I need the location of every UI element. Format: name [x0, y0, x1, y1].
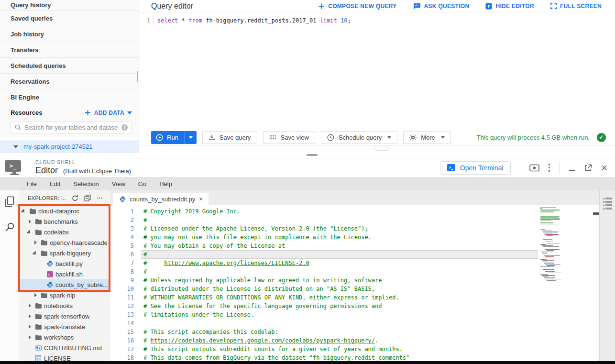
- code-line[interactable]: 9 # Unless required by applicable law or…: [110, 276, 599, 285]
- tree-item[interactable]: spark-tensorflow: [19, 311, 110, 321]
- run-options-caret[interactable]: [185, 131, 197, 144]
- code-line[interactable]: 14: [110, 319, 599, 328]
- code-line[interactable]: 11 # WITHOUT WARRANTIES OR CONDITIONS OF…: [110, 293, 599, 302]
- sidebar-item[interactable]: Saved queries: [0, 11, 139, 26]
- sidebar-item[interactable]: Scheduled queries: [0, 58, 139, 74]
- sql-editor[interactable]: 1 select * from fh-bigquery.reddit_posts…: [139, 15, 615, 26]
- schedule-query-button[interactable]: Schedule query: [321, 131, 397, 144]
- code-area[interactable]: 1 # Copyright 2019 Google Inc. 2 # 3 # L…: [110, 205, 599, 362]
- menu-item[interactable]: Go: [138, 180, 146, 188]
- save-view-button[interactable]: Save view: [263, 131, 315, 144]
- tree-item[interactable]: counts_by_subre...: [19, 279, 110, 290]
- tree-arrow-icon[interactable]: [28, 303, 33, 309]
- code-line[interactable]: 18 # This data comes from BigQuery via t…: [110, 353, 599, 362]
- tree-arrow-icon[interactable]: [28, 345, 33, 351]
- tree-item[interactable]: benchmarks: [19, 216, 110, 227]
- tree-arrow-icon[interactable]: [28, 230, 33, 235]
- tree-arrow-icon[interactable]: [39, 261, 44, 266]
- menu-item[interactable]: Selection: [73, 180, 99, 188]
- tree-item[interactable]: backfill.py: [19, 258, 110, 269]
- help-icon[interactable]: ?: [121, 124, 128, 131]
- web-preview-icon[interactable]: [529, 164, 539, 172]
- editor-tab[interactable]: counts_by_subreddit.py ×: [113, 193, 209, 205]
- tree-item[interactable]: cloud-dataproc: [19, 206, 110, 216]
- sidebar-item[interactable]: Query history: [0, 0, 139, 11]
- tree-item[interactable]: opencv-haarcascade: [19, 237, 110, 248]
- tree-arrow-icon[interactable]: [39, 272, 44, 277]
- menu-item[interactable]: File: [27, 180, 37, 188]
- code-link[interactable]: https://codelabs.developers.google.com/c…: [150, 337, 375, 344]
- tree-arrow-icon[interactable]: [22, 209, 27, 214]
- compose-new-query-button[interactable]: COMPOSE NEW QUERY: [318, 3, 396, 10]
- tree-item[interactable]: codelabs: [19, 227, 110, 237]
- tree-arrow-icon[interactable]: [28, 219, 33, 224]
- code-line[interactable]: 1 # Copyright 2019 Google Inc.: [110, 207, 599, 216]
- add-data-button[interactable]: ADD DATA: [85, 110, 124, 116]
- full-screen-button[interactable]: FULL SCREEN: [550, 3, 602, 10]
- more-actions-icon[interactable]: ...: [97, 193, 103, 200]
- tree-arrow-icon[interactable]: [33, 293, 38, 298]
- tree-item[interactable]: spark-nlp: [19, 290, 110, 300]
- tree-item[interactable]: spark-translate: [19, 321, 110, 332]
- open-in-new-window-icon[interactable]: [584, 164, 592, 172]
- more-menu-icon[interactable]: [549, 164, 550, 172]
- code-line[interactable]: 10 # distributed under the License is di…: [110, 285, 599, 293]
- sidebar-item[interactable]: BI Engine: [0, 89, 139, 105]
- more-button[interactable]: More: [403, 131, 451, 144]
- sql-editor-blank-area[interactable]: [139, 26, 615, 130]
- sidebar-scrollbar[interactable]: [137, 71, 138, 82]
- close-icon[interactable]: ×: [601, 163, 607, 173]
- code-line[interactable]: 2 #: [110, 216, 599, 224]
- code-line[interactable]: 7 # http://www.apache.org/licenses/LICEN…: [110, 259, 599, 267]
- code-line[interactable]: 5 # You may obtain a copy of the License…: [110, 242, 599, 250]
- files-icon[interactable]: [4, 196, 15, 210]
- tree-item[interactable]: spark-bigquery: [19, 248, 110, 258]
- tree-item[interactable]: CONTRIBUTING.md: [19, 342, 110, 353]
- sidebar-item[interactable]: Job history: [0, 26, 139, 42]
- run-button[interactable]: Run: [151, 131, 197, 144]
- tab-close-icon[interactable]: ×: [199, 196, 203, 202]
- minimap[interactable]: [539, 207, 561, 288]
- tree-arrow-icon[interactable]: [33, 240, 38, 245]
- refresh-icon[interactable]: [72, 195, 78, 201]
- code-line[interactable]: 4 # you may not use this file except in …: [110, 233, 599, 242]
- tree-item[interactable]: notebooks: [19, 300, 110, 311]
- tree-arrow-icon[interactable]: [28, 314, 33, 319]
- hide-editor-button[interactable]: HIDE EDITOR: [485, 3, 534, 10]
- ask-question-button[interactable]: ASK QUESTION: [413, 3, 470, 10]
- tree-item[interactable]: >_ backfill.sh: [19, 269, 110, 279]
- menu-item[interactable]: View: [112, 180, 125, 188]
- menu-item[interactable]: Edit: [50, 180, 60, 188]
- tree-item[interactable]: workshops: [19, 332, 110, 342]
- minimize-icon[interactable]: [569, 165, 575, 171]
- code-line[interactable]: 17 # This script outputs subreddit count…: [110, 345, 599, 353]
- tree-arrow-icon[interactable]: [39, 282, 44, 287]
- tree-arrow-icon[interactable]: [28, 356, 33, 361]
- panel-drag-handle[interactable]: [373, 146, 389, 151]
- menu-item[interactable]: Help: [159, 180, 172, 188]
- tree-arrow-icon[interactable]: [28, 324, 33, 330]
- tree-item[interactable]: LICENSE: [19, 353, 110, 362]
- code-line[interactable]: 12 # See the License for the specific la…: [110, 302, 599, 310]
- code-line[interactable]: 13 # limitations under the License.: [110, 310, 599, 319]
- editor-scrollbar-thumb[interactable]: [593, 212, 599, 215]
- code-line[interactable]: 3 # Licensed under the Apache License, V…: [110, 224, 599, 233]
- code-line[interactable]: 16 # https://codelabs.developers.google.…: [110, 336, 599, 345]
- tree-arrow-icon[interactable]: [33, 251, 38, 256]
- dataset-search-input[interactable]: [24, 124, 118, 131]
- collapse-all-icon[interactable]: [84, 195, 91, 201]
- code-line[interactable]: 15 # This script accompanies this codela…: [110, 328, 599, 336]
- code-line[interactable]: 6 #: [110, 250, 599, 259]
- sidebar-item[interactable]: Transfers: [0, 42, 139, 58]
- search-icon[interactable]: [5, 222, 15, 234]
- project-row[interactable]: my-spark-project-274521: [0, 140, 139, 153]
- code-line[interactable]: 8 #: [110, 267, 599, 276]
- splitter-drag-handle[interactable]: [307, 154, 318, 156]
- save-query-button[interactable]: Save query: [202, 131, 257, 144]
- tree-arrow-icon[interactable]: [28, 335, 33, 340]
- sidebar-item[interactable]: Reservations: [0, 74, 139, 89]
- outline-icon[interactable]: [603, 198, 612, 362]
- code-link[interactable]: http://www.apache.org/licenses/LICENSE-2…: [164, 260, 309, 266]
- project-caret-icon[interactable]: [13, 145, 18, 148]
- open-terminal-button[interactable]: >_ Open Terminal: [440, 161, 511, 175]
